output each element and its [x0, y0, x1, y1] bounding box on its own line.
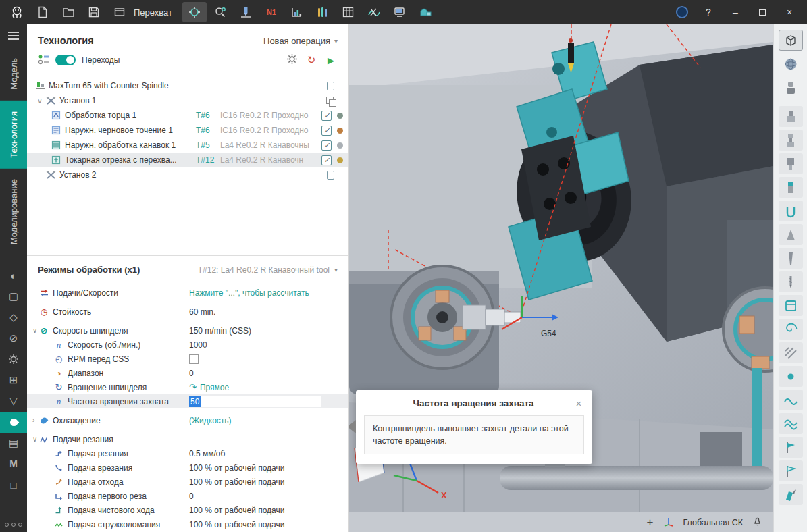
operation-checkbox[interactable]: ✓ — [321, 140, 332, 151]
tree-row-setup1[interactable]: ∨ Установ 1 — [27, 93, 348, 108]
cup-teal-button[interactable] — [779, 201, 803, 221]
add-cs-button[interactable]: + — [647, 516, 654, 529]
simulate-play-icon[interactable]: ▶ — [324, 55, 338, 65]
polygon-tool-icon[interactable]: ◇ — [0, 307, 27, 328]
view-cube-button[interactable] — [779, 30, 803, 51]
cylinder-stack-button[interactable] — [779, 77, 803, 98]
measure-icon[interactable]: ⊘ — [0, 328, 27, 349]
tree-row-machine[interactable]: MaxTurn 65 with Counter Spindle — [27, 78, 348, 93]
prop-rpm[interactable]: n Скорость (об./мин.) 1000 — [27, 338, 348, 352]
tool-holder-a-button[interactable] — [779, 106, 803, 127]
operation-checkbox[interactable]: ✓ — [321, 155, 332, 165]
tool-holder-b-button[interactable] — [779, 130, 803, 151]
tool-holder-c-button[interactable] — [779, 153, 803, 174]
more-tools-icon[interactable] — [5, 523, 22, 532]
tab-technology[interactable]: Технология — [0, 101, 27, 169]
toolpath-cut-button[interactable] — [362, 2, 386, 22]
prop-tool-life[interactable]: ◷ Стойкость 60 min. — [27, 304, 348, 319]
double-wave-button[interactable] — [779, 413, 803, 434]
cone-button[interactable] — [779, 224, 803, 245]
tool-selector-dropdown[interactable]: Т#12: La4 Re0.2 R Канавочный tool ▾ — [198, 265, 338, 275]
calculate-link[interactable]: Нажмите "...", чтобы рассчитать — [189, 288, 348, 298]
expander-icon[interactable]: ∨ — [27, 435, 38, 443]
help-button[interactable]: ? — [696, 2, 721, 22]
transitions-toggle[interactable] — [55, 55, 76, 65]
hatch-button[interactable] — [779, 342, 803, 363]
ghost-visibility-icon[interactable] — [327, 171, 334, 180]
frame-icon[interactable]: □ — [0, 475, 27, 496]
prop-plunge-feed[interactable]: Подача врезания 100 % от рабочей подачи — [27, 460, 348, 475]
prop-finish-feed[interactable]: Подача чистового хода 100 % от рабочей п… — [27, 503, 348, 517]
operation-settings-gear-icon[interactable] — [285, 53, 298, 67]
tooltip-close-button[interactable]: × — [573, 398, 584, 409]
flag-filled-button[interactable] — [779, 437, 803, 458]
tree-row-operation-selected[interactable]: Токарная отрезка с перехва... Т#12 La4 R… — [27, 153, 348, 167]
probe-tool-button[interactable] — [182, 2, 207, 22]
prop-spindle-speed[interactable]: ∨ ⊘ Скорость шпинделя 150 m/min (CSS) — [27, 323, 348, 338]
pocket-book-button[interactable] — [779, 295, 803, 316]
macro-icon[interactable]: M — [0, 454, 27, 475]
notifications-bell-icon[interactable] — [752, 516, 762, 529]
operations-structure-icon[interactable] — [38, 54, 49, 67]
sphere-view-button[interactable] — [779, 53, 803, 74]
copy-operations-icon[interactable] — [326, 97, 335, 105]
global-cs-label[interactable]: Глобальная СК — [683, 518, 744, 527]
tree-row-operation[interactable]: Наружн. черновое точение 1 Т#6 IC16 Re0.… — [27, 123, 348, 138]
prop-coolant[interactable]: › Охлаждение (Жидкость) — [27, 413, 348, 427]
version-badge[interactable] — [670, 2, 694, 22]
minimize-button[interactable]: – — [723, 2, 748, 22]
new-file-button[interactable] — [30, 2, 55, 22]
selection-frame-icon[interactable]: ▢ — [0, 286, 27, 307]
prop-range[interactable]: ◑ Диапазон 0 — [27, 366, 348, 380]
spindle-tool-button[interactable] — [234, 2, 258, 22]
cs-triad-icon[interactable] — [663, 516, 674, 529]
ghost-visibility-icon[interactable] — [327, 82, 334, 90]
tree-row-operation[interactable]: Обработка торца 1 Т#6 IC16 Re0.2 R Прохо… — [27, 108, 348, 123]
prop-grip-frequency-selected[interactable]: n Частота вращения захвата 50 — [27, 394, 348, 408]
taper-button[interactable] — [779, 248, 803, 269]
recalculate-icon[interactable]: ↻ — [305, 54, 318, 66]
tree-row-operation[interactable]: Наружн. обработка канавок 1 Т#5 La4 Re0.… — [27, 138, 348, 153]
settings-gear-icon[interactable] — [0, 349, 27, 370]
wave-button[interactable] — [779, 390, 803, 410]
spiral-button[interactable] — [779, 319, 803, 340]
grip-frequency-input[interactable]: 50 — [189, 396, 321, 407]
filter-icon[interactable]: ▽ — [0, 391, 27, 412]
shading-mode-icon[interactable]: ◐ — [0, 265, 27, 286]
rpm-checkbox[interactable] — [189, 354, 199, 364]
tree-row-setup2[interactable]: Установ 2 — [27, 167, 348, 182]
prop-spindle-rotation[interactable]: ↻ Вращение шпинделя ↷Прямое — [27, 380, 348, 394]
maximize-button[interactable] — [750, 2, 775, 22]
open-file-button[interactable] — [56, 2, 80, 22]
prop-first-cut-feed[interactable]: Подача первого реза 0 — [27, 489, 348, 503]
new-operation-dropdown[interactable]: Новая операция ▾ — [263, 36, 338, 46]
expander-icon[interactable]: › — [27, 417, 38, 424]
viewport-3d[interactable]: G54 X + Глобальная СК Ча — [349, 24, 773, 532]
expander-icon[interactable]: ∨ — [35, 97, 45, 105]
tab-modeling[interactable]: Моделирование — [0, 168, 27, 255]
save-file-button[interactable] — [82, 2, 106, 22]
prop-rpm-before-css[interactable]: ◴ RPM перед CSS — [27, 352, 348, 366]
solid-view-icon[interactable]: ▤ — [0, 433, 27, 454]
flag-outline-button[interactable] — [779, 460, 803, 481]
operation-checkbox[interactable]: ✓ — [321, 111, 332, 121]
prop-feed[interactable]: Подача резания 0.5 мм/об — [27, 446, 348, 460]
simulation-drop-icon[interactable] — [0, 412, 27, 433]
operation-checkbox[interactable]: ✓ — [321, 126, 332, 136]
tool-library-button[interactable] — [311, 2, 335, 22]
prop-retract-feed[interactable]: Подача отхода 100 % от рабочей подачи — [27, 475, 348, 489]
app-logo-icon[interactable] — [5, 2, 29, 22]
close-button[interactable]: × — [777, 2, 802, 22]
main-menu-button[interactable] — [0, 24, 27, 47]
machine-3d-button[interactable] — [413, 2, 438, 22]
statistics-button[interactable] — [285, 2, 309, 22]
prop-chipbreak-feed[interactable]: Подача стружколомания 100 % от рабочей п… — [27, 517, 348, 531]
search-settings-button[interactable] — [208, 2, 232, 22]
tab-model[interactable]: Модель — [0, 47, 27, 101]
intercept-window-icon[interactable] — [107, 2, 132, 22]
prop-cutting-feeds[interactable]: ∨ Подачи резания — [27, 432, 348, 446]
expander-icon[interactable]: ∨ — [27, 327, 38, 334]
flag-pen-button[interactable] — [779, 484, 803, 505]
nc-program-button[interactable]: N1 — [259, 2, 284, 22]
prop-feeds-speeds[interactable]: Подачи/Скорости Нажмите "...", чтобы рас… — [27, 286, 348, 300]
